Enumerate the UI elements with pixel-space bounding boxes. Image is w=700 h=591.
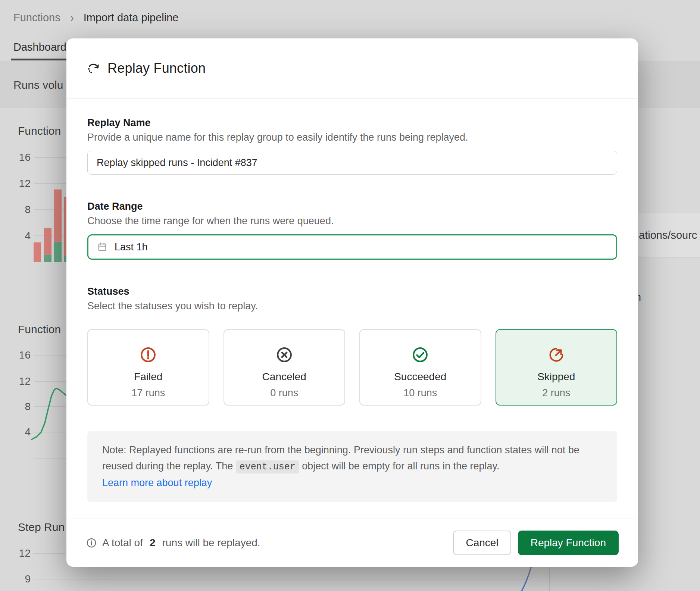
skip-replay-icon — [548, 346, 565, 363]
status-card-succeeded[interactable]: Succeeded 10 runs — [359, 329, 481, 406]
replay-name-label: Replay Name — [87, 117, 617, 129]
date-range-value: Last 1h — [115, 241, 148, 253]
status-card-runs: 0 runs — [270, 387, 298, 399]
modal-header: Replay Function — [66, 38, 638, 98]
check-circle-icon — [412, 346, 429, 363]
tab-dashboard[interactable]: Dashboard — [13, 41, 66, 53]
replay-note: Note: Replayed functions are re-run from… — [87, 431, 617, 502]
learn-more-link[interactable]: Learn more about replay — [102, 475, 212, 491]
status-card-name: Canceled — [262, 371, 306, 383]
replay-summary: A total of2runs will be replayed. — [86, 537, 260, 549]
table-row-text-fragment: ations/sourc — [639, 229, 697, 241]
date-range-description: Choose the time range for when the runs … — [87, 215, 617, 227]
statuses-description: Select the statuses you wish to replay. — [87, 300, 617, 312]
footer-buttons: Cancel Replay Function — [453, 531, 619, 555]
table-row-divider — [638, 158, 700, 158]
status-card-runs: 2 runs — [542, 387, 570, 399]
replay-function-button[interactable]: Replay Function — [518, 531, 619, 555]
status-card-name: Succeeded — [394, 371, 446, 383]
breadcrumb: Functions › Import data pipeline — [13, 11, 178, 24]
replay-icon — [86, 61, 101, 76]
modal-title: Replay Function — [107, 60, 206, 76]
cancel-button[interactable]: Cancel — [453, 531, 511, 555]
replay-function-modal: Replay Function Replay Name Provide a un… — [66, 38, 638, 567]
date-range-section: Date Range Choose the time range for whe… — [87, 201, 617, 260]
statuses-label: Statuses — [87, 286, 617, 297]
note-suffix: object will be empty for all runs in the… — [299, 460, 500, 472]
replay-name-input[interactable] — [87, 151, 617, 175]
chart1-bars — [34, 190, 72, 262]
status-card-name: Failed — [134, 371, 162, 383]
x-circle-icon — [276, 346, 293, 363]
status-card-name: Skipped — [537, 371, 575, 383]
replay-name-section: Replay Name Provide a unique name for th… — [87, 117, 617, 175]
step-runs-title: Step Run — [18, 521, 65, 534]
status-cards: Failed 17 runs Canceled 0 runs — [87, 329, 617, 406]
status-card-canceled[interactable]: Canceled 0 runs — [224, 329, 346, 406]
date-range-label: Date Range — [87, 201, 617, 212]
summary-count: 2 — [150, 537, 156, 549]
chart2-title: Function — [18, 323, 61, 336]
runs-volume-label: Runs volu — [13, 79, 63, 91]
calendar-icon — [97, 241, 108, 253]
chart1-title: Function — [18, 125, 61, 137]
breadcrumb-current-page: Import data pipeline — [84, 12, 179, 24]
chart2-line — [32, 388, 69, 440]
summary-suffix: runs will be replayed. — [162, 537, 260, 549]
replay-name-description: Provide a unique name for this replay gr… — [87, 132, 617, 143]
event-user-code: event.user — [236, 460, 299, 473]
breadcrumb-chevron-icon: › — [70, 10, 74, 26]
date-range-picker[interactable]: Last 1h — [87, 234, 617, 260]
status-card-failed[interactable]: Failed 17 runs — [87, 329, 209, 406]
status-card-skipped[interactable]: Skipped 2 runs — [496, 329, 618, 406]
note-text: Note: Replayed functions are re-run from… — [102, 442, 602, 475]
status-card-runs: 17 runs — [131, 387, 165, 399]
modal-footer: A total of2runs will be replayed. Cancel… — [66, 519, 638, 567]
modal-body: Replay Name Provide a unique name for th… — [66, 98, 638, 519]
breadcrumb-functions[interactable]: Functions — [13, 12, 60, 24]
info-icon — [86, 537, 97, 548]
summary-prefix: A total of — [102, 537, 143, 549]
alert-circle-icon — [140, 346, 157, 363]
statuses-section: Statuses Select the statuses you wish to… — [87, 286, 617, 406]
status-card-runs: 10 runs — [403, 387, 437, 399]
step-runs-line — [522, 566, 531, 591]
